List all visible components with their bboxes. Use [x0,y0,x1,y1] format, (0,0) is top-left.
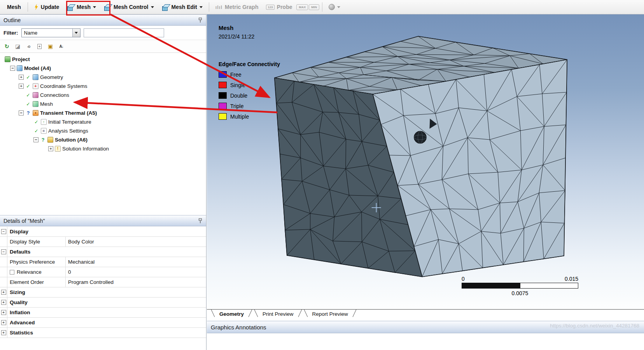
details-panel-header: Details of "Mesh" [0,215,206,226]
row-value[interactable]: Mechanical [66,257,206,267]
show-hide-icon[interactable] [13,42,23,51]
tab-print-preview[interactable]: Print Preview [253,310,303,319]
pin-icon[interactable] [198,218,203,224]
expand-icon[interactable] [1,330,6,335]
mesh-control-label: Mesh Control [114,4,148,10]
legend-label: Single [230,82,245,88]
details-title: Details of "Mesh" [4,218,45,224]
details-row-physics-preference[interactable]: Physics Preference Mechanical [0,257,206,267]
tree-item-coordinate-systems[interactable]: Coordinate Systems [0,82,206,91]
mesh-dropdown-button[interactable]: Mesh [63,2,100,12]
expand-icon[interactable] [19,75,24,80]
tree-item-label: Solution Information [62,146,109,152]
mesh-cube-icon [67,4,74,10]
details-row-element-order[interactable]: Element Order Program Controlled [0,277,206,287]
tree-item-connections[interactable]: Connections [0,91,206,100]
collapse-icon[interactable] [10,66,15,71]
expand-icon[interactable] [1,290,6,295]
expander-spacer [19,102,24,107]
collapse-icon[interactable] [19,110,24,116]
model-icon [17,65,23,71]
collapse-icon[interactable] [1,249,6,254]
transient-thermal-icon [33,110,38,116]
collapse-icon[interactable] [33,137,38,142]
collapse-icon[interactable] [1,229,6,234]
project-icon [5,56,10,62]
details-section-defaults[interactable]: Defaults [0,247,206,257]
filter-search-input[interactable] [84,28,164,37]
update-button[interactable]: Update [31,2,63,12]
legend-swatch [219,82,227,88]
tree-item-initial-temperature[interactable]: Initial Temperature [0,117,206,126]
details-row-display-style[interactable]: Display Style Body Color [0,237,206,247]
toolbar-separator [322,2,322,12]
check-icon [25,101,31,107]
outline-toolbar [0,40,206,53]
details-section-advanced[interactable]: Advanced [0,318,206,328]
expand-icon[interactable] [1,310,6,315]
legend-label: Multiple [230,114,249,120]
outline-tree: Project Model (A4) Geometry Coordinate S… [0,53,206,215]
details-section-inflation[interactable]: Inflation [0,308,206,318]
pin-icon[interactable] [198,18,203,23]
filter-label: Filter: [4,30,18,36]
tree-item-label: Model (A4) [24,65,51,71]
legend-swatch [219,71,227,78]
details-section-statistics[interactable]: Statistics [0,328,206,338]
mesh-model[interactable] [207,14,644,309]
graphics-viewport[interactable]: Mesh 2021/2/4 11:22 Edge/Face Connectivi… [207,14,644,350]
legend-item-free: Free [219,71,280,78]
tree-item-transient-thermal[interactable]: Transient Thermal (A5) [0,108,206,117]
sort-az-icon[interactable] [56,42,66,51]
tree-item-model[interactable]: Model (A4) [0,64,206,73]
legend-swatch [219,113,227,120]
details-row-relevance[interactable]: Relevance 0 [0,267,206,277]
tree-item-geometry[interactable]: Geometry [0,73,206,82]
legend-label: Free [230,72,242,78]
details-section-sizing[interactable]: Sizing [0,287,206,298]
tree-item-solution-information[interactable]: Solution Information [0,144,206,153]
expand-icon[interactable] [1,300,6,305]
section-label: Advanced [7,318,206,327]
ruler-mid-label: 0.0075 [462,290,578,296]
expand-all-icon[interactable] [35,42,44,51]
coordinate-systems-icon [33,83,38,89]
menu-mesh[interactable]: Mesh [3,2,25,12]
tree-item-project[interactable]: Project [0,55,206,64]
details-section-quality[interactable]: Quality [0,298,206,308]
tree-item-mesh[interactable]: Mesh [0,100,206,108]
tree-item-solution[interactable]: Solution (A6) [0,135,206,144]
section-label: Sizing [7,287,206,297]
mesh-edit-button[interactable]: Mesh Edit [158,2,206,12]
expand-icon[interactable] [19,84,24,89]
refresh-icon[interactable] [2,42,12,51]
legend-swatch [219,103,227,109]
row-value[interactable]: Program Controlled [66,277,206,287]
combo-dropdown-button[interactable] [72,29,80,37]
legend-title: Edge/Face Connectivity [219,61,280,67]
relevance-checkbox[interactable] [10,270,14,275]
tab-geometry[interactable]: Geometry [210,310,253,319]
connections-icon [33,92,38,98]
tree-item-analysis-settings[interactable]: Analysis Settings [0,126,206,135]
left-panel: Outline Filter: Name Project Model (A4) [0,14,206,350]
mesh-dropdown-label: Mesh [77,4,91,10]
row-label: Physics Preference [7,257,66,267]
collapse-environments-icon[interactable] [46,42,55,51]
row-value[interactable]: Body Color [66,237,206,247]
toolbar-separator [209,2,209,12]
go-to-selected-icon[interactable] [24,42,33,51]
ruler-min-label: 0 [462,276,465,282]
tab-report-preview[interactable]: Report Preview [303,310,357,319]
filter-name-select[interactable]: Name [21,28,80,37]
check-icon [33,128,39,134]
tree-item-label: Geometry [40,74,63,80]
expand-icon[interactable] [48,146,53,151]
mesh-control-button[interactable]: Mesh Control [100,2,157,12]
tree-item-label: Connections [40,92,69,98]
row-value[interactable]: 0 [66,267,206,277]
viewport-canvas[interactable]: Mesh 2021/2/4 11:22 Edge/Face Connectivi… [207,14,644,309]
expand-icon[interactable] [1,320,6,325]
details-section-display[interactable]: Display [0,227,206,237]
legend-item-multiple: Multiple [219,113,280,120]
